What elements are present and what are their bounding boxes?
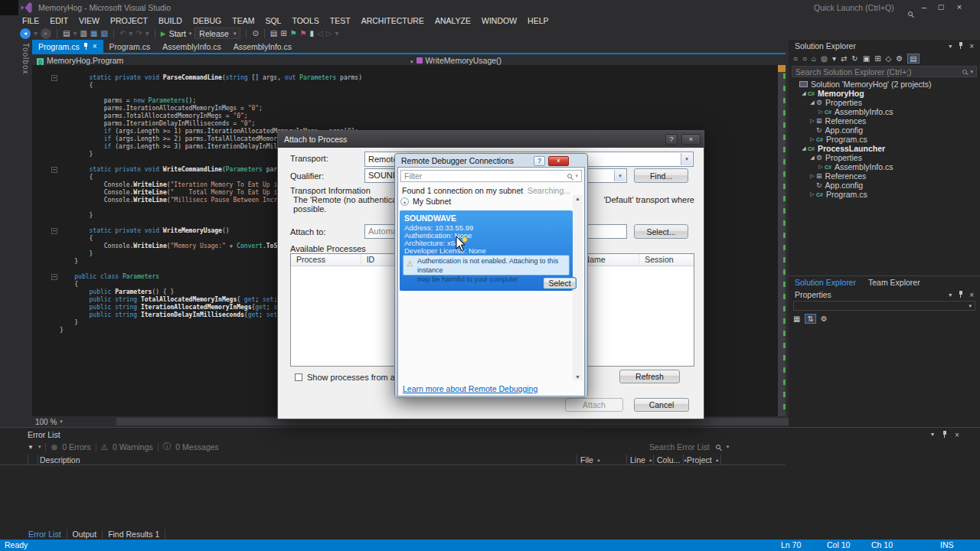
se-sync-with-active-document-icon[interactable]: ⇄ — [841, 54, 847, 63]
tree-closed-arrow-icon[interactable]: ▷ — [808, 136, 816, 142]
tree-item-assemblyinfo-cs[interactable]: ▷C#AssemblyInfo.cs — [789, 107, 980, 116]
se-refresh-icon[interactable]: ↻ — [851, 54, 858, 63]
document-tab-1[interactable]: Program.cs — [103, 40, 157, 53]
se-scope-dropdown-icon[interactable]: ▾ — [832, 54, 836, 63]
menu-window[interactable]: WINDOW — [476, 15, 522, 27]
pin-icon[interactable] — [958, 291, 963, 298]
solution-explorer-search[interactable]: Search Solution Explorer (Ctrl+;) ▾ — [792, 66, 977, 77]
se-collapse-all-icon[interactable]: ▣ — [863, 54, 870, 63]
menu-team[interactable]: TEAM — [227, 15, 260, 27]
tree-closed-arrow-icon[interactable]: ▷ — [817, 109, 825, 115]
warnings-filter-button[interactable]: 0 Warnings — [113, 442, 153, 452]
tree-item-processlauncher[interactable]: ◢C#ProcessLauncher — [789, 144, 980, 153]
close-icon[interactable]: × — [969, 291, 974, 299]
document-tab-3[interactable]: AssemblyInfo.cs — [227, 40, 298, 53]
filter-icon[interactable]: ▼ — [28, 444, 34, 451]
menu-tools[interactable]: TOOLS — [286, 15, 324, 27]
close-icon[interactable]: × — [955, 431, 959, 439]
properties-header[interactable]: Properties ▾ × — [789, 289, 980, 301]
fold-toggle-icon[interactable]: − — [51, 75, 57, 81]
close-button[interactable]: × — [681, 134, 701, 145]
help-button[interactable]: ? — [665, 134, 678, 145]
close-icon[interactable]: × — [93, 42, 97, 51]
se-home-icon[interactable]: ⌂ — [812, 54, 816, 63]
tab-output[interactable]: Output — [67, 530, 103, 539]
open-file-button-icon[interactable]: ▥ — [80, 28, 87, 40]
save-all-button-icon[interactable]: ▧ — [100, 28, 107, 40]
close-button[interactable]: × — [548, 156, 569, 166]
tree-item-app-config[interactable]: ↻App.config — [789, 126, 980, 135]
tree-closed-arrow-icon[interactable]: ▷ — [817, 164, 825, 170]
flag-red-button-icon[interactable]: ⚑ — [300, 28, 307, 40]
publish-button-icon[interactable]: ⊞ — [280, 28, 286, 40]
tab-team-explorer[interactable]: Team Explorer — [862, 278, 926, 287]
bookmark-prev-button-icon[interactable]: ◁ — [317, 28, 323, 40]
menu-analyze[interactable]: ANALYZE — [430, 15, 476, 27]
categorized-icon[interactable]: ▦ — [793, 315, 800, 323]
tree-item-solution-memoryhog-2-projects-[interactable]: Solution 'MemoryHog' (2 projects) — [789, 80, 980, 89]
column-description[interactable]: Description — [40, 455, 80, 465]
fold-toggle-icon[interactable]: − — [51, 228, 57, 234]
scrollbar-top-button[interactable] — [778, 65, 786, 72]
redo-button-icon[interactable]: ↷ — [136, 28, 142, 40]
menu-help[interactable]: HELP — [522, 15, 554, 27]
tree-closed-arrow-icon[interactable]: ▷ — [808, 173, 816, 179]
forward-button-icon[interactable]: ▸ — [41, 28, 51, 39]
bookmark-next-button-icon[interactable]: ▷ — [326, 28, 332, 40]
chevron-down-icon[interactable]: ▾ — [38, 444, 41, 450]
column-session[interactable]: Session — [639, 254, 694, 266]
help-button[interactable]: ? — [534, 156, 545, 166]
tree-item-app-config[interactable]: ↻App.config — [789, 181, 980, 190]
select-connection-button[interactable]: Select — [543, 277, 577, 289]
se-properties-icon[interactable]: ⚙ — [896, 54, 903, 63]
tree-item-properties[interactable]: ◢⚙Properties — [789, 98, 980, 107]
open-folder-button-icon[interactable]: ▤ — [270, 28, 277, 40]
tree-closed-arrow-icon[interactable]: ▷ — [808, 118, 816, 124]
find-button[interactable]: Find... — [634, 168, 688, 183]
attach-to-process-button-icon[interactable]: ⊙ — [252, 28, 258, 40]
property-pages-icon[interactable]: ⚙ — [821, 315, 828, 323]
maximize-button[interactable]: ▢ — [934, 2, 948, 14]
refresh-button[interactable]: Refresh — [619, 370, 680, 383]
tree-item-references[interactable]: ▷⊞References — [789, 171, 980, 181]
configuration-combobox[interactable]: Release▾ — [194, 28, 240, 39]
column-project[interactable]: Project▲ — [687, 455, 720, 465]
chevron-down-icon[interactable]: ▾ — [614, 170, 626, 181]
tree-item-program-cs[interactable]: ▷C#Program.cs — [789, 135, 980, 144]
menu-debug[interactable]: DEBUG — [188, 15, 227, 27]
undo-dropdown-icon[interactable]: ▾ — [129, 28, 132, 40]
close-button[interactable]: × — [952, 2, 966, 14]
redo-dropdown-icon[interactable]: ▾ — [145, 28, 149, 40]
column-file[interactable]: File▲ — [580, 455, 601, 465]
pin-icon[interactable] — [83, 43, 89, 51]
chevron-down-icon[interactable]: ▾ — [189, 31, 192, 37]
back-button-icon[interactable]: ◂ — [20, 28, 31, 39]
toolbox-tab[interactable]: Toolbox — [21, 43, 30, 74]
se-scope-icon[interactable]: ◎ — [821, 54, 828, 63]
filter-input[interactable]: Filter ▾ — [400, 170, 582, 182]
menu-view[interactable]: VIEW — [74, 15, 105, 27]
show-all-users-checkbox[interactable] — [295, 373, 302, 381]
undo-button-icon[interactable]: ↶ — [119, 28, 126, 40]
tree-open-arrow-icon[interactable]: ◢ — [800, 145, 808, 152]
bookmark-button-icon[interactable]: ▮ — [310, 28, 315, 40]
column-line[interactable]: Line▲ — [630, 455, 653, 465]
solution-explorer-header[interactable]: Solution Explorer ▾ × — [789, 40, 980, 52]
tree-open-arrow-icon[interactable]: ◢ — [800, 90, 808, 96]
se-show-all-files-icon[interactable]: ⊞ — [874, 54, 880, 63]
member-dropdown[interactable]: ▾WriteMemoryUsage() — [410, 56, 501, 65]
tree-open-arrow-icon[interactable]: ◢ — [808, 99, 816, 106]
start-debug-button[interactable]: ▶Start▾ — [161, 29, 192, 38]
errors-filter-button[interactable]: 0 Errors — [62, 442, 90, 452]
document-tab-0[interactable]: Program.cs× — [32, 40, 103, 53]
menu-sql[interactable]: SQL — [260, 15, 286, 27]
menu-file[interactable]: FILE — [17, 15, 44, 27]
document-tab-2[interactable]: AssemblyInfo.cs — [156, 40, 227, 53]
tab-solution-explorer[interactable]: Solution Explorer — [789, 278, 862, 287]
pin-icon[interactable] — [942, 431, 947, 439]
select-code-types-button[interactable]: Select... — [634, 224, 688, 239]
tree-item-references[interactable]: ▷⊞References — [789, 116, 980, 126]
se-back-icon[interactable]: ○ — [793, 54, 798, 63]
close-icon[interactable]: × — [969, 42, 974, 51]
se-preview-selected-items-icon[interactable]: ▤ — [907, 54, 919, 64]
